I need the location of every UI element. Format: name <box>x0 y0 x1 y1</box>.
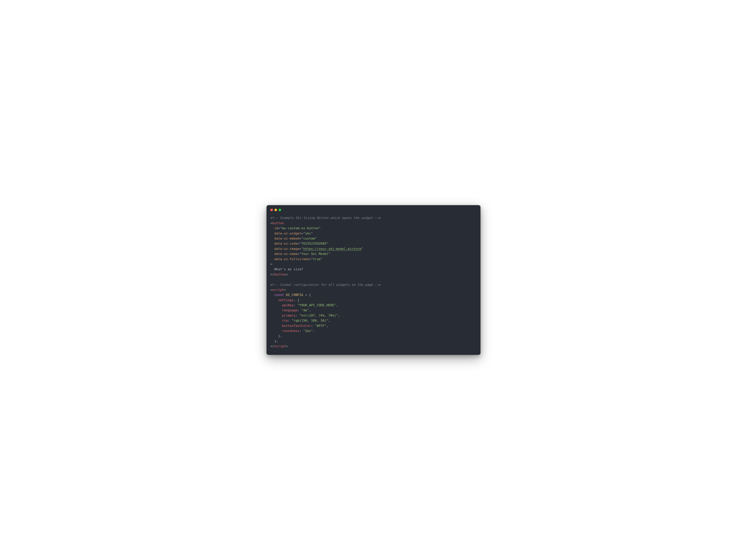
code-line: data-oz-widget="ski" <box>271 231 476 236</box>
code-token: = <box>298 242 300 245</box>
window-titlebar <box>266 205 481 211</box>
code-token: : <box>298 309 300 312</box>
code-token <box>271 257 274 261</box>
code-token: : <box>288 319 290 322</box>
code-token: script <box>272 288 284 292</box>
code-token: Global configuration for all widgets on … <box>280 283 373 287</box>
code-token: --> <box>373 216 381 220</box>
code-token <box>290 319 291 322</box>
code-token: , <box>328 319 330 322</box>
code-token <box>271 339 274 343</box>
code-line: data-oz-embed="custom" <box>271 236 476 241</box>
code-token: > <box>286 344 288 348</box>
code-token: ski <box>305 232 311 235</box>
code-token: settings <box>278 298 293 302</box>
code-line: }, <box>271 334 476 339</box>
code-line: <button <box>271 221 476 226</box>
code-token <box>271 324 282 328</box>
code-line: <!-- Example Ski Sizing Button which ope… <box>271 215 476 220</box>
code-token: : <box>293 303 295 307</box>
code-line: }; <box>271 339 476 344</box>
code-token: = <box>300 247 301 251</box>
close-window-button[interactable] <box>271 209 273 211</box>
code-token <box>307 293 309 297</box>
zoom-window-button[interactable] <box>279 209 281 211</box>
code-token: primary <box>282 314 296 317</box>
code-token <box>271 247 274 251</box>
code-token: = <box>300 237 301 240</box>
code-token: --> <box>373 283 381 287</box>
code-line: > <box>271 262 476 267</box>
code-token: = <box>305 293 307 297</box>
code-token: : <box>295 314 298 317</box>
code-token: script <box>274 344 286 348</box>
code-token: " <box>280 226 282 230</box>
code-token: button <box>274 273 286 276</box>
code-token: OZ_CONFIG <box>286 293 303 297</box>
code-token: " <box>319 226 320 230</box>
code-token: </ <box>271 273 274 276</box>
code-token <box>271 242 274 245</box>
code-line: </button> <box>271 272 476 277</box>
code-line: const OZ_CONFIG = { <box>271 292 476 297</box>
code-token <box>284 293 286 297</box>
code-token: <!-- <box>271 283 280 287</box>
code-line: language: "de", <box>271 308 476 313</box>
code-token: "2px" <box>303 329 313 333</box>
code-token: "de" <box>301 309 309 312</box>
code-token: cta <box>282 319 288 322</box>
code-token: " <box>301 247 303 251</box>
code-token: buttonTextColor <box>282 324 311 328</box>
code-token: > <box>286 273 288 276</box>
code-token: , <box>327 324 328 328</box>
code-token: "rgb(150, 186, 50)" <box>291 319 328 322</box>
code-token: " <box>320 257 323 261</box>
code-token: " <box>361 247 363 251</box>
code-token: language <box>282 309 298 312</box>
code-line: roundness: "2px", <box>271 328 476 334</box>
code-token: Your Ski Model <box>301 252 328 256</box>
code-line: <script> <box>271 287 476 292</box>
code-token <box>271 309 282 312</box>
code-token <box>271 329 282 333</box>
code-token: true <box>313 257 321 261</box>
code-token: </ <box>271 344 274 348</box>
code-line: What's my size? <box>271 267 476 272</box>
code-line: </script> <box>271 344 476 349</box>
code-token <box>300 309 301 312</box>
code-token: "YOUR_API_CODE_HERE" <box>298 303 336 307</box>
code-token: }; <box>274 339 278 343</box>
code-token: : <box>311 324 313 328</box>
code-token <box>271 298 278 302</box>
code-token: = <box>278 226 280 230</box>
code-token <box>313 324 315 328</box>
code-token: data-oz-image <box>274 247 300 251</box>
code-token <box>271 267 274 271</box>
code-token <box>271 237 274 240</box>
code-token: " <box>311 232 313 235</box>
code-token: < <box>271 221 272 225</box>
code-token: " <box>327 242 328 245</box>
code-token <box>271 319 282 322</box>
code-block: <!-- Example Ski Sizing Button which ope… <box>266 211 481 355</box>
code-token <box>295 303 298 307</box>
code-token: " <box>315 237 317 240</box>
code-line: settings: { <box>271 298 476 303</box>
code-token <box>271 293 274 297</box>
code-token: data-oz-code <box>274 242 298 245</box>
code-token: apiKey <box>282 303 294 307</box>
code-token: " <box>303 232 305 235</box>
code-line: buttonTextColor: "#FFF", <box>271 323 476 328</box>
code-token: " <box>311 257 313 261</box>
code-token <box>295 298 298 302</box>
code-token: data-oz-embed <box>274 237 300 240</box>
minimize-window-button[interactable] <box>275 209 277 211</box>
code-token: }, <box>278 334 282 338</box>
code-token: "hsl(187, 74%, 70%)" <box>300 314 338 317</box>
code-token <box>271 232 274 235</box>
code-token <box>271 226 274 230</box>
code-token: " <box>300 242 301 245</box>
code-line: data-oz-fullscreen="true" <box>271 257 476 262</box>
code-token: , <box>313 329 315 333</box>
code-token: = <box>309 257 311 261</box>
